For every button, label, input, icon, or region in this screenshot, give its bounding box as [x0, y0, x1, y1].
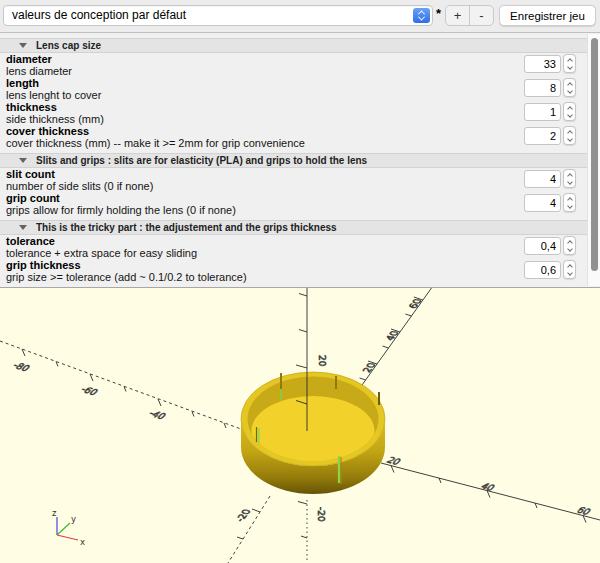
param-name: grip thickness [6, 260, 587, 272]
param-description: lens diameter [6, 66, 587, 78]
z-axis-label: 20 [317, 355, 327, 367]
group-title: This is the tricky part : the adjustemen… [36, 222, 337, 233]
param-description: number of side slits (0 if none) [6, 181, 587, 193]
stepper-up-icon[interactable] [567, 197, 573, 203]
param-name: diameter [6, 54, 587, 66]
spinbox [524, 102, 576, 121]
x-axis-negative [0, 341, 241, 429]
scrollbar-thumb[interactable] [591, 38, 598, 271]
gizmo-y-label: y [71, 514, 76, 524]
group-title: Slits and grips : slits are for elastici… [36, 155, 367, 166]
param-row: diameter lens diameter [6, 54, 587, 77]
param-description: grips allow for firmly holding the lens … [6, 205, 587, 217]
spinbox [524, 193, 576, 212]
param-value-input[interactable] [524, 194, 561, 212]
gizmo-x-axis [57, 535, 78, 540]
customizer-panel-content: Lens cap size diameter lens diameter len… [0, 34, 587, 286]
remove-preset-button[interactable]: - [470, 6, 493, 25]
preset-combobox-value: valeurs de conception par défaut [12, 8, 186, 22]
stepper[interactable] [563, 102, 576, 121]
collapse-triangle-icon[interactable] [19, 225, 27, 230]
param-value-input[interactable] [524, 79, 561, 97]
param-row: slit count number of side slits (0 if no… [6, 169, 587, 192]
stepper[interactable] [563, 54, 576, 73]
3d-viewport[interactable]: -80 -60 -40 20 40 60 20 40 60 -20 -20 [0, 288, 600, 563]
param-row: tolerance tolerance + extra space for ea… [6, 236, 587, 259]
param-name: tolerance [6, 236, 587, 248]
param-description: side thickness (mm) [6, 114, 587, 126]
x-axis-label: -40 [147, 408, 169, 421]
stepper[interactable] [563, 236, 576, 255]
parameter-group: This is the tricky part : the adjustemen… [0, 220, 587, 283]
stepper-down-icon[interactable] [567, 112, 573, 118]
preset-add-remove-control: + - [445, 5, 494, 26]
spinbox [524, 236, 576, 255]
stepper[interactable] [563, 193, 576, 212]
spinbox [524, 78, 576, 97]
group-header[interactable]: Slits and grips : slits are for elastici… [0, 153, 587, 168]
gizmo-y-axis [57, 523, 70, 535]
param-value-input[interactable] [524, 103, 561, 121]
x-axis-label: -60 [79, 384, 101, 397]
param-value-input[interactable] [524, 55, 561, 73]
spinbox [524, 169, 576, 188]
preset-toolbar: valeurs de conception par défaut * + - E… [0, 0, 600, 32]
param-description: grip size >= tolerance (add ~ 0.1/0.2 to… [6, 272, 587, 284]
stepper-down-icon[interactable] [567, 203, 573, 209]
stepper-down-icon[interactable] [567, 246, 573, 252]
stepper-up-icon[interactable] [567, 58, 573, 64]
x-axis-label: 40 [479, 481, 498, 493]
param-value-input[interactable] [524, 170, 561, 188]
spinbox [524, 260, 576, 279]
stepper-down-icon[interactable] [567, 270, 573, 276]
gizmo-x-label: x [80, 537, 85, 547]
z-axis-label: -20 [316, 507, 326, 522]
customizer-panel: Lens cap size diameter lens diameter len… [0, 32, 600, 288]
stepper-up-icon[interactable] [567, 264, 573, 270]
collapse-triangle-icon[interactable] [19, 43, 27, 48]
stepper-up-icon[interactable] [567, 82, 573, 88]
group-title: Lens cap size [36, 40, 101, 51]
combobox-dropdown-button[interactable] [413, 8, 430, 23]
panel-scrollbar[interactable] [587, 34, 600, 286]
stepper-up-icon[interactable] [567, 106, 573, 112]
param-description: cover thickness (mm) -- make it >= 2mm f… [6, 138, 587, 150]
stepper-down-icon[interactable] [567, 64, 573, 70]
stepper[interactable] [563, 169, 576, 188]
collapse-triangle-icon[interactable] [19, 158, 27, 163]
param-name: grip count [6, 193, 587, 205]
save-preset-button[interactable]: Enregistrer jeu param. [499, 5, 596, 26]
x-axis-label: -80 [11, 360, 33, 373]
parameter-group: Slits and grips : slits are for elastici… [0, 153, 587, 216]
z-axis-negative [298, 500, 307, 563]
stepper-down-icon[interactable] [567, 179, 573, 185]
parameter-group: Lens cap size diameter lens diameter len… [0, 38, 587, 149]
param-value-input[interactable] [524, 261, 561, 279]
gizmo-z-label: z [52, 508, 57, 518]
param-row: grip thickness grip size >= tolerance (a… [6, 260, 587, 283]
param-value-input[interactable] [524, 237, 561, 255]
x-axis-positive [381, 463, 600, 523]
y-axis-label: -20 [233, 508, 253, 522]
stepper[interactable] [563, 78, 576, 97]
add-preset-button[interactable]: + [446, 6, 469, 25]
stepper-up-icon[interactable] [567, 173, 573, 179]
param-name: length [6, 78, 587, 90]
param-value-input[interactable] [524, 127, 561, 145]
stepper-down-icon[interactable] [567, 136, 573, 142]
lens-cap-model [241, 372, 385, 494]
stepper-up-icon[interactable] [567, 240, 573, 246]
stepper-down-icon[interactable] [567, 88, 573, 94]
param-description: lens lenght to cover [6, 90, 587, 102]
group-header[interactable]: Lens cap size [0, 38, 587, 53]
stepper[interactable] [563, 126, 576, 145]
spinbox [524, 54, 576, 73]
group-header[interactable]: This is the tricky part : the adjustemen… [0, 220, 587, 235]
param-row: length lens lenght to cover [6, 78, 587, 101]
y-axis-negative [228, 496, 270, 563]
stepper-up-icon[interactable] [567, 130, 573, 136]
3d-scene[interactable]: -80 -60 -40 20 40 60 20 40 60 -20 -20 [0, 288, 600, 563]
stepper[interactable] [563, 260, 576, 279]
param-row: thickness side thickness (mm) [6, 102, 587, 125]
preset-combobox[interactable]: valeurs de conception par défaut [3, 5, 433, 26]
